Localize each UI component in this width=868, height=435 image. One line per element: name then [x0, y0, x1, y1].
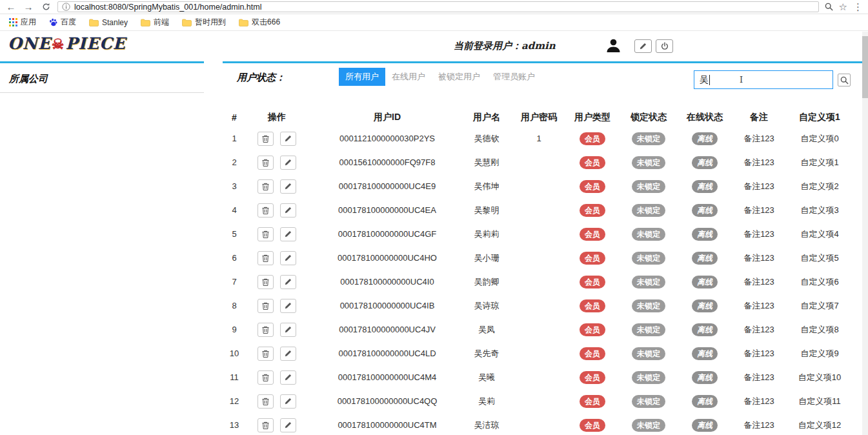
delete-button[interactable]: [257, 347, 274, 361]
user-id: 000178100000000UC4TM: [308, 420, 467, 430]
row-index: 13: [223, 420, 246, 430]
info-icon[interactable]: [62, 3, 70, 11]
user-type-badge: 会员: [580, 299, 605, 312]
delete-button[interactable]: [257, 394, 274, 409]
zoom-icon[interactable]: [825, 3, 833, 11]
edit-button[interactable]: [280, 418, 296, 432]
edit-button[interactable]: [280, 394, 296, 409]
edit-button[interactable]: [280, 227, 296, 241]
username: 吴慧刚: [467, 157, 507, 168]
table-row: 3000178100000000UC4E9吴伟坤会员未锁定离线备注123自定义项…: [223, 174, 847, 198]
delete-button[interactable]: [257, 418, 274, 432]
page-scrollbar[interactable]: [862, 32, 868, 435]
delete-button[interactable]: [257, 251, 274, 265]
custom-field: 自定义项5: [792, 252, 847, 264]
edit-button[interactable]: [280, 323, 296, 337]
bookmarks-bar: 应用百度Stanley前端暂时用到双击666: [0, 14, 868, 31]
delete-button[interactable]: [257, 132, 274, 146]
column-header: 用户ID: [308, 112, 467, 123]
tab-admin-accounts[interactable]: 管理员账户: [487, 68, 541, 86]
back-icon[interactable]: ←: [5, 1, 17, 14]
folder-icon: [182, 19, 192, 26]
search-input[interactable]: 吴 I: [694, 70, 833, 89]
tab-locked-users[interactable]: 被锁定用户: [432, 68, 487, 86]
lock-status-badge: 未锁定: [632, 419, 665, 432]
main-panel: 用户状态： 所有用户在线用户被锁定用户管理员账户 吴 I #操作用户ID用户名用…: [223, 63, 868, 434]
browser-menu-icon[interactable]: ⋮: [853, 1, 863, 13]
app-header: ONE☠PIECE 当前登录用户：admin: [0, 31, 868, 61]
row-index: 12: [223, 396, 246, 406]
username: 吴凤: [467, 324, 507, 336]
lock-status-badge: 未锁定: [632, 228, 665, 241]
user-id: 000178100000000UC4E9: [308, 181, 467, 191]
custom-field: 自定义项1: [792, 157, 847, 168]
bookmark-item[interactable]: 前端: [136, 14, 174, 30]
delete-button[interactable]: [257, 203, 274, 218]
note: 备注123: [726, 420, 792, 431]
search-button[interactable]: [838, 74, 851, 86]
scrollbar-thumb[interactable]: [862, 36, 868, 98]
table-row: 10001121000000030P2YS吴德钦1会员未锁定离线备注123自定义…: [223, 126, 847, 150]
column-header: 用户类型: [571, 112, 614, 123]
edit-button[interactable]: [280, 179, 296, 194]
tab-online-users[interactable]: 在线用户: [385, 68, 432, 86]
bookmark-item[interactable]: 百度: [44, 14, 81, 30]
address-bar[interactable]: localhost:8080/SpringMybatis_001/home/ad…: [57, 1, 819, 12]
edit-button[interactable]: [280, 156, 296, 170]
custom-field: 自定义项2: [792, 181, 847, 192]
logout-button[interactable]: [656, 39, 673, 53]
folder-icon: [239, 19, 248, 26]
user-type-badge: 会员: [580, 156, 605, 169]
delete-button[interactable]: [257, 275, 274, 289]
browser-toolbar: ← → localhost:8080/SpringMybatis_001/hom…: [0, 0, 868, 14]
note: 备注123: [726, 252, 792, 264]
delete-button[interactable]: [257, 156, 274, 170]
edit-button[interactable]: [280, 132, 296, 146]
edit-button[interactable]: [280, 203, 296, 218]
user-type-badge: 会员: [580, 180, 605, 193]
user-type-badge: 会员: [580, 323, 605, 336]
custom-field: 自定义项0: [792, 133, 847, 145]
note: 备注123: [726, 157, 792, 168]
user-type-badge: 会员: [580, 419, 605, 432]
edit-profile-button[interactable]: [634, 39, 652, 53]
edit-button[interactable]: [280, 370, 296, 385]
online-status-badge: 离线: [692, 180, 718, 193]
row-index: 6: [223, 253, 246, 263]
edit-button[interactable]: [280, 275, 296, 289]
online-status-badge: 离线: [692, 419, 718, 432]
delete-button[interactable]: [257, 227, 274, 241]
delete-button[interactable]: [257, 299, 274, 313]
user-id: 000178100000000UC4M4: [308, 372, 467, 382]
user-id: 000178100000000UC4GF: [308, 229, 467, 239]
bookmark-item[interactable]: 暂时用到: [177, 14, 231, 30]
bookmark-item[interactable]: 应用: [4, 14, 41, 30]
row-index: 4: [223, 205, 246, 215]
custom-field: 自定义项12: [792, 420, 847, 431]
user-id: 00015610000000FQ97F8: [308, 157, 467, 167]
edit-button[interactable]: [280, 299, 296, 313]
bookmark-star-icon[interactable]: ☆: [839, 1, 847, 13]
bookmark-label: Stanley: [102, 18, 128, 27]
delete-button[interactable]: [257, 179, 274, 194]
mouse-text-cursor: I: [740, 75, 743, 85]
online-status-badge: 离线: [692, 156, 718, 169]
edit-button[interactable]: [280, 251, 296, 265]
column-header: 自定义项1: [792, 112, 847, 123]
bookmark-item[interactable]: 双击666: [234, 14, 285, 30]
refresh-icon[interactable]: [40, 3, 52, 11]
table-row: 12000178100000000UC4QQ吴莉会员未锁定离线备注123自定义项…: [223, 389, 847, 413]
note: 备注123: [726, 181, 792, 192]
user-table: #操作用户ID用户名用户密码用户类型锁定状态在线状态备注自定义项1 100011…: [223, 108, 847, 435]
user-id: 000178100000000UC4QQ: [308, 396, 467, 406]
edit-button[interactable]: [280, 347, 296, 361]
tab-all-users[interactable]: 所有用户: [339, 68, 385, 86]
bookmark-item[interactable]: Stanley: [84, 14, 133, 30]
delete-button[interactable]: [257, 370, 274, 385]
note: 备注123: [726, 396, 792, 407]
forward-icon[interactable]: →: [23, 1, 34, 14]
delete-button[interactable]: [257, 323, 274, 337]
user-id: 000178100000000UC4LD: [308, 349, 467, 358]
logo-text-right: PIECE: [65, 34, 126, 53]
user-avatar-icon: [605, 37, 621, 56]
